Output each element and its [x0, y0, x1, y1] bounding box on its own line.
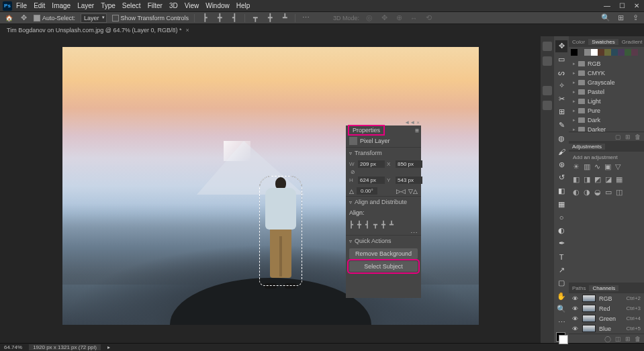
swatch-white[interactable] — [591, 49, 598, 56]
eye-icon[interactable]: 👁 — [572, 295, 579, 302]
tab-close-icon[interactable]: × — [185, 27, 189, 34]
align-bottom-button[interactable]: ┻ — [389, 221, 394, 228]
y-field[interactable]: 543 px — [396, 177, 422, 184]
menu-help[interactable]: Help — [236, 2, 250, 9]
path-tool[interactable]: ↗ — [555, 264, 567, 276]
eye-icon[interactable]: 👁 — [572, 315, 579, 322]
new-swatch-icon[interactable]: ⊞ — [625, 134, 631, 140]
menu-filter[interactable]: Filter — [148, 2, 163, 9]
close-button[interactable]: ✕ — [632, 2, 641, 9]
channel-rgb[interactable]: 👁RGBCtrl+2 — [569, 293, 644, 303]
edit-toolbar[interactable]: ⋯ — [555, 317, 567, 329]
document-tab[interactable]: Tim Bogdanov on Unsplash.com.jpg @ 64.7%… — [3, 24, 193, 36]
panel-close-icon[interactable]: × — [416, 119, 420, 126]
adj-threshold-icon[interactable]: ◒ — [594, 188, 601, 197]
heal-tool[interactable]: ◍ — [555, 132, 567, 144]
menu-view[interactable]: View — [185, 2, 199, 9]
adj-exposure-icon[interactable]: ▣ — [604, 162, 611, 171]
folder-light[interactable]: Light — [569, 97, 644, 106]
gradient-tool[interactable]: ▦ — [555, 198, 567, 210]
x-field[interactable]: 850 px — [396, 160, 422, 168]
blur-tool[interactable]: ○ — [555, 211, 567, 223]
app-logo[interactable]: Ps — [3, 1, 12, 11]
swatch-olive[interactable] — [604, 49, 611, 56]
paths-tab[interactable]: Paths — [569, 285, 589, 291]
channel-green[interactable]: 👁GreenCtrl+4 — [569, 313, 644, 323]
align-right-button[interactable]: ┫ — [365, 221, 369, 228]
share-icon[interactable]: ⇪ — [631, 13, 640, 23]
channel-red[interactable]: 👁RedCtrl+3 — [569, 303, 644, 313]
adj-hue-icon[interactable]: ◧ — [573, 175, 580, 184]
transform-section[interactable]: Transform — [346, 147, 421, 158]
collapsed-panel-3[interactable] — [543, 86, 552, 95]
distribute-top-icon[interactable]: ┳ — [250, 13, 260, 23]
flip-v-icon[interactable]: ▽△ — [408, 188, 418, 195]
history-brush-tool[interactable]: ↺ — [555, 172, 567, 184]
swatch-green[interactable] — [625, 49, 631, 56]
adjustments-tab[interactable]: Adjustments — [569, 144, 605, 150]
adj-mixer-icon[interactable]: ◪ — [605, 175, 612, 184]
menu-layer[interactable]: Layer — [77, 2, 94, 9]
move-tool[interactable]: ✥ — [555, 40, 567, 52]
collapsed-panel-2[interactable] — [543, 56, 552, 66]
adj-lookup-icon[interactable]: ▦ — [616, 175, 623, 184]
flip-h-icon[interactable]: ▷◁ — [396, 188, 406, 195]
menu-select[interactable]: Select — [122, 2, 141, 9]
maximize-button[interactable]: ☐ — [617, 2, 627, 9]
zoom-level[interactable]: 64.74% — [4, 344, 22, 350]
adj-poster-icon[interactable]: ◑ — [584, 188, 590, 197]
align-right-icon[interactable]: ┫ — [230, 13, 239, 23]
swatch-dkgray[interactable] — [578, 49, 584, 56]
adj-selective-icon[interactable]: ◫ — [616, 188, 623, 197]
folder-rgb[interactable]: RGB — [569, 59, 644, 68]
show-transform-checkbox[interactable]: Show Transform Controls — [112, 15, 189, 21]
remove-background-button[interactable]: Remove Background — [349, 248, 418, 259]
height-field[interactable]: 624 px — [358, 177, 385, 184]
swatches-tab[interactable]: Swatches — [588, 39, 618, 45]
wand-tool[interactable]: ✧ — [555, 80, 567, 92]
color-swatch[interactable] — [556, 332, 567, 343]
folder-dark[interactable]: Dark — [569, 115, 644, 125]
minimize-button[interactable]: — — [602, 2, 612, 9]
adj-gradmap-icon[interactable]: ▭ — [605, 188, 612, 197]
pen-tool[interactable]: ✒ — [555, 238, 567, 250]
width-field[interactable]: 209 px — [358, 160, 385, 168]
dodge-tool[interactable]: ◐ — [555, 225, 567, 237]
panel-menu-icon[interactable]: ≡ — [415, 127, 419, 134]
swatch-maroon[interactable] — [631, 49, 638, 56]
properties-tab[interactable]: Properties — [348, 125, 385, 136]
menu-file[interactable]: File — [16, 2, 27, 9]
swatch-black[interactable] — [571, 49, 578, 56]
adj-bw-icon[interactable]: ◨ — [584, 175, 590, 184]
crop-tool[interactable]: ✂ — [555, 93, 567, 105]
select-subject-button[interactable]: Select Subject — [349, 261, 418, 272]
adj-curves-icon[interactable]: ∿ — [594, 162, 600, 171]
collapsed-panel-4[interactable] — [543, 101, 552, 110]
align-hcenter-button[interactable]: ╋ — [357, 221, 361, 228]
stamp-tool[interactable]: ⊛ — [555, 158, 567, 170]
new-folder-icon[interactable]: ▢ — [615, 134, 621, 140]
frame-tool[interactable]: ⊞ — [555, 106, 567, 118]
menu-3d[interactable]: 3D — [169, 2, 178, 9]
home-button[interactable]: 🏠 — [4, 13, 13, 23]
menu-window[interactable]: Window — [205, 2, 230, 9]
eye-icon[interactable]: 👁 — [572, 305, 579, 312]
rotation-field[interactable]: 0.00° — [357, 187, 377, 195]
swatch-gray[interactable] — [584, 49, 591, 56]
gradient-tab[interactable]: Gradient — [618, 39, 644, 45]
eyedropper-tool[interactable]: ✎ — [555, 119, 567, 132]
distribute-middle-icon[interactable]: ╋ — [265, 13, 275, 23]
adj-brightness-icon[interactable]: ☀ — [573, 162, 580, 171]
brush-tool[interactable]: 🖌 — [555, 146, 567, 158]
save-selection-icon[interactable]: ◫ — [615, 336, 621, 342]
channels-tab[interactable]: Channels — [589, 285, 618, 291]
align-center-icon[interactable]: ╋ — [215, 13, 224, 23]
panel-collapse-icon[interactable]: ◄◄ — [404, 119, 415, 126]
adj-photofilter-icon[interactable]: ◩ — [594, 175, 601, 184]
adj-levels-icon[interactable]: ▥ — [584, 162, 590, 171]
folder-pure[interactable]: Pure — [569, 106, 644, 115]
swatch-brown[interactable] — [598, 49, 604, 56]
new-channel-icon[interactable]: ⊞ — [625, 336, 631, 342]
adj-vibrance-icon[interactable]: ▽ — [615, 162, 620, 171]
collapsed-panel-1[interactable] — [543, 42, 552, 51]
